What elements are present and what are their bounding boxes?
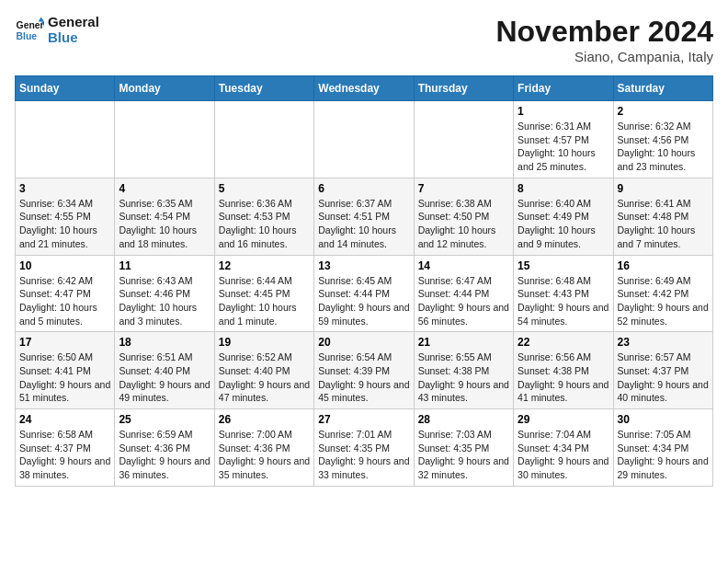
day-info: Sunrise: 7:01 AM Sunset: 4:35 PM Dayligh… [318,428,409,482]
day-number: 8 [518,182,609,195]
calendar-cell: 14Sunrise: 6:47 AM Sunset: 4:44 PM Dayli… [414,255,513,332]
day-number: 18 [119,336,210,349]
calendar-cell [314,101,414,178]
page-header: General Blue General Blue November 2024 … [15,15,713,64]
calendar-cell: 9Sunrise: 6:41 AM Sunset: 4:48 PM Daylig… [613,178,712,255]
day-info: Sunrise: 6:50 AM Sunset: 4:41 PM Dayligh… [19,350,110,405]
calendar-cell: 22Sunrise: 6:56 AM Sunset: 4:38 PM Dayli… [514,332,613,409]
day-number: 15 [518,259,609,272]
calendar-week-3: 10Sunrise: 6:42 AM Sunset: 4:47 PM Dayli… [16,255,713,332]
day-number: 19 [219,336,310,349]
day-info: Sunrise: 6:36 AM Sunset: 4:53 PM Dayligh… [219,197,310,251]
calendar-cell: 12Sunrise: 6:44 AM Sunset: 4:45 PM Dayli… [214,255,313,332]
day-info: Sunrise: 6:52 AM Sunset: 4:40 PM Dayligh… [219,350,310,405]
day-info: Sunrise: 7:05 AM Sunset: 4:34 PM Dayligh… [618,428,709,482]
day-info: Sunrise: 6:47 AM Sunset: 4:44 PM Dayligh… [418,274,509,328]
day-info: Sunrise: 6:54 AM Sunset: 4:39 PM Dayligh… [318,350,409,405]
calendar-cell: 5Sunrise: 6:36 AM Sunset: 4:53 PM Daylig… [214,178,313,255]
day-info: Sunrise: 6:59 AM Sunset: 4:36 PM Dayligh… [119,428,210,482]
day-number: 23 [618,336,709,349]
col-header-monday: Monday [115,76,214,101]
calendar-week-1: 1Sunrise: 6:31 AM Sunset: 4:57 PM Daylig… [16,101,713,178]
day-number: 3 [19,182,110,195]
day-info: Sunrise: 6:40 AM Sunset: 4:49 PM Dayligh… [518,197,609,251]
calendar-cell: 3Sunrise: 6:34 AM Sunset: 4:55 PM Daylig… [16,178,115,255]
title-block: November 2024 Siano, Campania, Italy [495,15,713,64]
calendar-header-row: SundayMondayTuesdayWednesdayThursdayFrid… [16,76,713,101]
day-info: Sunrise: 6:45 AM Sunset: 4:44 PM Dayligh… [318,274,409,328]
calendar-cell: 7Sunrise: 6:38 AM Sunset: 4:50 PM Daylig… [414,178,513,255]
day-info: Sunrise: 6:44 AM Sunset: 4:45 PM Dayligh… [219,274,310,328]
col-header-saturday: Saturday [613,76,712,101]
col-header-sunday: Sunday [16,76,115,101]
day-number: 4 [119,182,210,195]
svg-marker-2 [39,17,44,21]
calendar-cell [214,101,313,178]
day-info: Sunrise: 6:41 AM Sunset: 4:48 PM Dayligh… [618,197,709,251]
calendar-cell: 25Sunrise: 6:59 AM Sunset: 4:36 PM Dayli… [115,409,214,487]
day-info: Sunrise: 6:58 AM Sunset: 4:37 PM Dayligh… [19,428,110,482]
calendar-cell: 1Sunrise: 6:31 AM Sunset: 4:57 PM Daylig… [514,101,613,178]
col-header-friday: Friday [514,76,613,101]
col-header-tuesday: Tuesday [214,76,313,101]
calendar-cell: 8Sunrise: 6:40 AM Sunset: 4:49 PM Daylig… [514,178,613,255]
calendar-cell: 23Sunrise: 6:57 AM Sunset: 4:37 PM Dayli… [613,332,712,409]
day-number: 16 [618,259,709,272]
svg-text:Blue: Blue [17,30,38,40]
day-info: Sunrise: 6:42 AM Sunset: 4:47 PM Dayligh… [19,274,110,328]
day-info: Sunrise: 6:31 AM Sunset: 4:57 PM Dayligh… [518,120,609,174]
calendar-cell: 21Sunrise: 6:55 AM Sunset: 4:38 PM Dayli… [414,332,513,409]
calendar-cell: 24Sunrise: 6:58 AM Sunset: 4:37 PM Dayli… [16,409,115,487]
col-header-thursday: Thursday [414,76,513,101]
day-number: 29 [518,413,609,426]
day-number: 7 [418,182,509,195]
calendar-body: 1Sunrise: 6:31 AM Sunset: 4:57 PM Daylig… [16,101,713,487]
calendar-table: SundayMondayTuesdayWednesdayThursdayFrid… [15,75,713,487]
calendar-cell [115,101,214,178]
calendar-cell: 29Sunrise: 7:04 AM Sunset: 4:34 PM Dayli… [514,409,613,487]
day-info: Sunrise: 6:55 AM Sunset: 4:38 PM Dayligh… [418,350,509,405]
calendar-cell: 27Sunrise: 7:01 AM Sunset: 4:35 PM Dayli… [314,409,414,487]
calendar-cell: 6Sunrise: 6:37 AM Sunset: 4:51 PM Daylig… [314,178,414,255]
location: Siano, Campania, Italy [495,49,713,64]
calendar-cell: 19Sunrise: 6:52 AM Sunset: 4:40 PM Dayli… [214,332,313,409]
calendar-cell: 10Sunrise: 6:42 AM Sunset: 4:47 PM Dayli… [16,255,115,332]
calendar-cell [16,101,115,178]
day-number: 12 [219,259,310,272]
col-header-wednesday: Wednesday [314,76,414,101]
day-info: Sunrise: 7:04 AM Sunset: 4:34 PM Dayligh… [518,428,609,482]
day-number: 28 [418,413,509,426]
calendar-week-4: 17Sunrise: 6:50 AM Sunset: 4:41 PM Dayli… [16,332,713,409]
day-number: 5 [219,182,310,195]
calendar-cell: 18Sunrise: 6:51 AM Sunset: 4:40 PM Dayli… [115,332,214,409]
day-info: Sunrise: 6:48 AM Sunset: 4:43 PM Dayligh… [518,274,609,328]
day-number: 25 [119,413,210,426]
calendar-cell: 17Sunrise: 6:50 AM Sunset: 4:41 PM Dayli… [16,332,115,409]
day-info: Sunrise: 6:37 AM Sunset: 4:51 PM Dayligh… [318,197,409,251]
day-info: Sunrise: 6:49 AM Sunset: 4:42 PM Dayligh… [618,274,709,328]
calendar-cell: 15Sunrise: 6:48 AM Sunset: 4:43 PM Dayli… [514,255,613,332]
calendar-week-5: 24Sunrise: 6:58 AM Sunset: 4:37 PM Dayli… [16,409,713,487]
calendar-cell: 20Sunrise: 6:54 AM Sunset: 4:39 PM Dayli… [314,332,414,409]
logo-line1: General [48,15,99,30]
logo-icon: General Blue [15,16,44,45]
day-info: Sunrise: 6:51 AM Sunset: 4:40 PM Dayligh… [119,350,210,405]
calendar-cell: 4Sunrise: 6:35 AM Sunset: 4:54 PM Daylig… [115,178,214,255]
calendar-cell: 11Sunrise: 6:43 AM Sunset: 4:46 PM Dayli… [115,255,214,332]
day-number: 26 [219,413,310,426]
day-number: 6 [318,182,409,195]
calendar-cell [414,101,513,178]
calendar-cell: 2Sunrise: 6:32 AM Sunset: 4:56 PM Daylig… [613,101,712,178]
day-number: 2 [618,105,709,118]
day-number: 10 [19,259,110,272]
svg-text:General: General [17,20,44,30]
day-info: Sunrise: 7:00 AM Sunset: 4:36 PM Dayligh… [219,428,310,482]
day-info: Sunrise: 6:56 AM Sunset: 4:38 PM Dayligh… [518,350,609,405]
logo: General Blue General Blue [15,15,99,45]
calendar-cell: 30Sunrise: 7:05 AM Sunset: 4:34 PM Dayli… [613,409,712,487]
day-number: 24 [19,413,110,426]
day-info: Sunrise: 6:43 AM Sunset: 4:46 PM Dayligh… [119,274,210,328]
logo-line2: Blue [48,30,99,46]
day-number: 9 [618,182,709,195]
calendar-cell: 16Sunrise: 6:49 AM Sunset: 4:42 PM Dayli… [613,255,712,332]
